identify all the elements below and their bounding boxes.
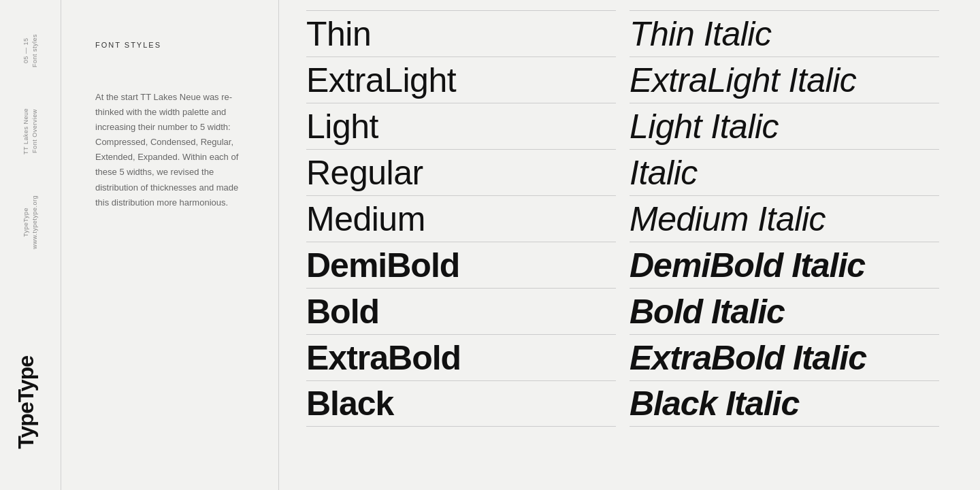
font-italic-name-1: ExtraLight Italic [630,63,856,97]
font-row-italic-6: Bold Italic [630,288,939,334]
column-regular: ThinExtraLightLightRegularMediumDemiBold… [306,10,630,480]
font-italic-name-0: Thin Italic [630,17,771,51]
font-name-2: Light [306,110,378,144]
font-name-8: Black [306,387,393,421]
font-styles-heading: FONT STYLES [95,41,251,49]
font-row-regular-4: Medium [306,195,616,242]
sidebar-bottom: TypeType [0,356,61,470]
sidebar: 05 — 15 Font styles TT Lakes Neue Font O… [0,0,61,490]
font-row-italic-5: DemiBold Italic [630,242,939,288]
font-row-italic-4: Medium Italic [630,195,939,242]
sidebar-section2: TT Lakes Neue Font Overview [22,108,39,154]
font-row-italic-7: ExtraBold Italic [630,334,939,380]
font-italic-name-8: Black Italic [630,387,799,421]
font-name-5: DemiBold [306,248,459,282]
font-name-1: ExtraLight [306,63,456,97]
font-row-regular-7: ExtraBold [306,334,616,380]
font-row-italic-1: ExtraLight Italic [630,56,939,103]
font-italic-name-7: ExtraBold Italic [630,341,866,375]
sidebar-section-label: Font styles [31,34,38,67]
sidebar-company-name: TypeType [22,208,29,237]
sidebar-font-name: TT Lakes Neue [22,108,29,154]
font-row-italic-3: Italic [630,149,939,195]
font-name-0: Thin [306,17,371,51]
font-name-6: Bold [306,295,379,329]
font-italic-name-2: Light Italic [630,110,779,144]
font-row-regular-3: Regular [306,149,616,195]
sidebar-website: www.typetype.org [31,195,38,249]
font-italic-name-3: Italic [630,156,698,190]
font-row-regular-6: Bold [306,288,616,334]
description-panel: FONT STYLES At the start TT Lakes Neue w… [61,0,279,490]
sidebar-section1: 05 — 15 Font styles [22,34,39,67]
typetype-logo: TypeType [14,356,39,449]
font-row-regular-0: Thin [306,10,616,56]
font-name-4: Medium [306,202,425,236]
font-italic-name-6: Bold Italic [630,295,785,329]
sidebar-font-overview: Font Overview [31,110,38,154]
font-row-regular-5: DemiBold [306,242,616,288]
description-text: At the start TT Lakes Neue was re-thinke… [95,90,251,210]
page-container: 05 — 15 Font styles TT Lakes Neue Font O… [0,0,980,490]
font-showcase: ThinExtraLightLightRegularMediumDemiBold… [279,0,980,490]
font-row-italic-0: Thin Italic [630,10,939,56]
font-italic-name-4: Medium Italic [630,202,826,236]
font-row-italic-2: Light Italic [630,103,939,149]
font-name-3: Regular [306,156,423,190]
font-name-7: ExtraBold [306,341,461,375]
font-row-regular-2: Light [306,103,616,149]
font-row-italic-8: Black Italic [630,380,939,427]
sidebar-top: 05 — 15 Font styles TT Lakes Neue Font O… [0,20,61,249]
column-italic: Thin ItalicExtraLight ItalicLight Italic… [630,10,939,480]
font-row-regular-8: Black [306,380,616,427]
font-italic-name-5: DemiBold Italic [630,248,865,282]
sidebar-page-number: 05 — 15 [22,38,29,64]
font-row-regular-1: ExtraLight [306,56,616,103]
sidebar-section3: TypeType www.typetype.org [22,195,39,249]
main-content: FONT STYLES At the start TT Lakes Neue w… [61,0,980,490]
